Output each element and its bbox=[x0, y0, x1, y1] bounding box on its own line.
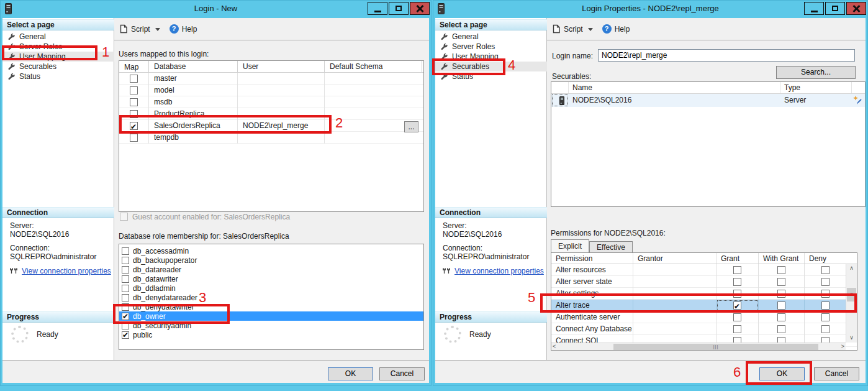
close-button[interactable] bbox=[846, 2, 866, 15]
permission-row[interactable]: Alter trace bbox=[551, 300, 857, 311]
sidebar-item-server-roles[interactable]: Server Roles bbox=[2, 42, 114, 52]
user-mapping-row[interactable]: tempdb bbox=[119, 132, 423, 144]
role-item[interactable]: db_datawriter bbox=[119, 274, 423, 283]
ok-button[interactable]: OK bbox=[759, 367, 805, 380]
role-item[interactable]: db_securityadmin bbox=[119, 321, 423, 330]
minimize-button[interactable] bbox=[804, 2, 824, 15]
map-checkbox[interactable] bbox=[130, 122, 138, 130]
maximize-button[interactable] bbox=[389, 2, 409, 15]
title-bar[interactable]: Login - New bbox=[1, 1, 431, 17]
grant-checkbox[interactable] bbox=[733, 313, 741, 321]
securable-row[interactable]: NODE2\SQL2016 Server bbox=[551, 94, 865, 107]
chevron-down-icon[interactable] bbox=[588, 28, 593, 31]
title-bar[interactable]: Login Properties - NODE2\repl_merge bbox=[433, 1, 867, 17]
scroll-left-icon[interactable]: < bbox=[553, 343, 556, 350]
sidebar-item-securables[interactable]: Securables bbox=[2, 62, 114, 71]
map-checkbox[interactable] bbox=[130, 98, 138, 106]
deny-checkbox[interactable] bbox=[821, 313, 830, 321]
default-schema-browse-button[interactable]: ... bbox=[404, 121, 418, 132]
map-checkbox[interactable] bbox=[130, 134, 138, 142]
scroll-right-icon[interactable]: > bbox=[841, 343, 844, 350]
grant-checkbox[interactable] bbox=[733, 266, 741, 274]
role-item[interactable]: db_denydatareader bbox=[119, 293, 423, 302]
role-checkbox[interactable] bbox=[122, 294, 129, 301]
tab-explicit[interactable]: Explicit bbox=[551, 239, 589, 252]
user-mapping-row[interactable]: SalesOrdersReplicaNODE2\repl_merge bbox=[119, 120, 423, 132]
role-item[interactable]: db_ddladmin bbox=[119, 283, 423, 293]
user-mapping-row[interactable]: master bbox=[119, 73, 423, 85]
close-button[interactable] bbox=[410, 2, 430, 15]
role-checkbox[interactable] bbox=[122, 313, 129, 320]
sidebar-item-status[interactable]: Status bbox=[435, 71, 547, 81]
role-item[interactable]: db_backupoperator bbox=[119, 255, 423, 265]
role-item[interactable]: public bbox=[119, 330, 423, 339]
permission-row[interactable]: Connect Any Database bbox=[551, 323, 857, 335]
sidebar-item-general[interactable]: General bbox=[2, 32, 114, 42]
role-item[interactable]: db_accessadmin bbox=[119, 246, 423, 255]
sidebar-item-user-mapping[interactable]: User Mapping bbox=[2, 52, 114, 62]
permission-row[interactable]: Alter settings bbox=[551, 288, 857, 300]
script-button[interactable]: Script bbox=[131, 25, 150, 34]
search-button[interactable]: Search... bbox=[776, 66, 856, 79]
vertical-scrollbar[interactable]: ∧ = ∨ bbox=[846, 264, 857, 343]
sidebar-item-securables[interactable]: Securables bbox=[435, 62, 547, 71]
help-button[interactable]: Help bbox=[182, 25, 197, 34]
permission-row[interactable]: Authenticate server bbox=[551, 311, 857, 323]
deny-checkbox[interactable] bbox=[821, 301, 830, 310]
with-grant-checkbox[interactable] bbox=[777, 266, 785, 274]
minimize-button[interactable] bbox=[368, 2, 387, 15]
role-checkbox[interactable] bbox=[122, 303, 129, 311]
role-checkbox[interactable] bbox=[122, 257, 129, 264]
grant-checkbox[interactable] bbox=[733, 301, 741, 310]
map-checkbox[interactable] bbox=[130, 86, 138, 94]
scroll-up-icon[interactable]: ∧ bbox=[846, 264, 857, 273]
ok-button[interactable]: OK bbox=[328, 367, 373, 380]
role-checkbox[interactable] bbox=[122, 266, 129, 274]
permission-row[interactable]: Alter resources bbox=[551, 264, 857, 276]
chevron-down-icon[interactable] bbox=[155, 28, 160, 31]
scroll-down-icon[interactable]: ∨ bbox=[846, 334, 857, 343]
role-checkbox[interactable] bbox=[122, 285, 129, 292]
sidebar-item-user-mapping[interactable]: User Mapping bbox=[435, 52, 547, 62]
with-grant-checkbox[interactable] bbox=[777, 278, 785, 286]
cancel-button[interactable]: Cancel bbox=[814, 367, 859, 380]
view-connection-properties-link[interactable]: View connection properties bbox=[22, 267, 111, 275]
grant-checkbox[interactable] bbox=[733, 325, 741, 333]
deny-checkbox[interactable] bbox=[821, 266, 830, 274]
map-checkbox[interactable] bbox=[130, 110, 138, 118]
sidebar-item-general[interactable]: General bbox=[435, 32, 547, 42]
user-mapping-row[interactable]: msdb bbox=[119, 96, 423, 108]
tab-effective[interactable]: Effective bbox=[589, 241, 633, 252]
role-item[interactable]: db_denydatawriter bbox=[119, 302, 423, 311]
deny-checkbox[interactable] bbox=[821, 325, 830, 333]
with-grant-checkbox[interactable] bbox=[777, 325, 785, 333]
role-checkbox[interactable] bbox=[122, 275, 129, 283]
with-grant-checkbox[interactable] bbox=[777, 290, 785, 298]
role-item[interactable]: db_datareader bbox=[119, 265, 423, 274]
map-checkbox[interactable] bbox=[130, 75, 138, 83]
deny-checkbox[interactable] bbox=[821, 278, 830, 286]
maximize-button[interactable] bbox=[825, 2, 845, 15]
sidebar-item-status[interactable]: Status bbox=[2, 71, 114, 81]
guest-account-checkbox[interactable] bbox=[120, 213, 128, 221]
role-checkbox[interactable] bbox=[122, 247, 129, 255]
sidebar-item-server-roles[interactable]: Server Roles bbox=[435, 42, 547, 52]
role-item[interactable]: db_owner bbox=[119, 311, 423, 321]
grant-checkbox[interactable] bbox=[733, 290, 741, 298]
login-name-input[interactable] bbox=[598, 49, 855, 62]
edit-permissions-icon[interactable] bbox=[852, 96, 864, 105]
grant-checkbox[interactable] bbox=[733, 278, 741, 286]
scrollbar-thumb[interactable]: = bbox=[847, 288, 856, 301]
view-connection-properties-link[interactable]: View connection properties bbox=[454, 267, 544, 275]
script-button[interactable]: Script bbox=[564, 25, 583, 34]
with-grant-checkbox[interactable] bbox=[777, 313, 785, 321]
help-button[interactable]: Help bbox=[615, 25, 630, 34]
horizontal-scrollbar[interactable]: < ||| > bbox=[551, 343, 846, 350]
permission-row[interactable]: Alter server state bbox=[551, 276, 857, 288]
with-grant-checkbox[interactable] bbox=[777, 301, 785, 310]
user-mapping-row[interactable]: model bbox=[119, 85, 423, 96]
role-checkbox[interactable] bbox=[122, 322, 129, 329]
cancel-button[interactable]: Cancel bbox=[379, 367, 425, 380]
user-mapping-row[interactable]: ProductReplica bbox=[119, 108, 423, 120]
scrollbar-thumb[interactable]: ||| bbox=[613, 344, 818, 350]
